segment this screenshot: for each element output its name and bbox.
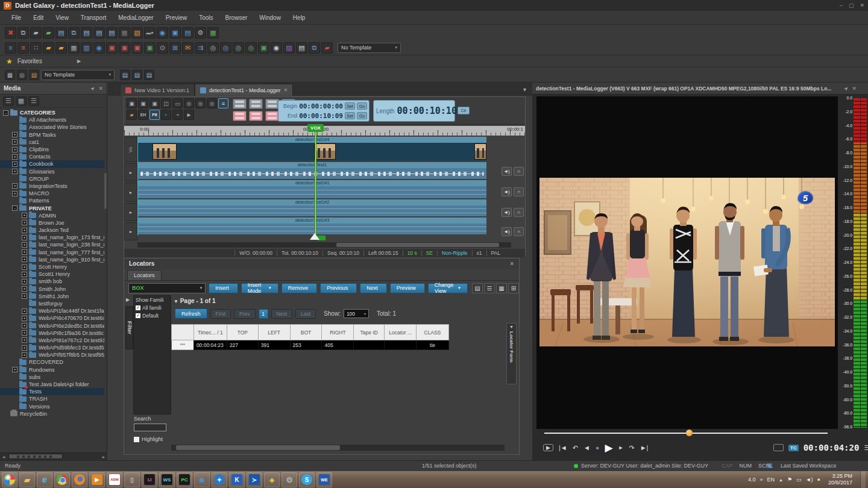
speaker-icon[interactable]: ◄) bbox=[502, 227, 512, 236]
search-icon[interactable]: ◎ bbox=[220, 42, 231, 54]
form-orange-icon[interactable]: ▧ bbox=[131, 27, 143, 39]
print-icon[interactable]: ▦ bbox=[5, 70, 15, 80]
locator-action-button[interactable]: Insert bbox=[209, 283, 238, 293]
patch-chip[interactable] bbox=[265, 99, 279, 109]
tree-item[interactable]: + WebAPId59bfec3 Dr.testd59b bbox=[0, 344, 104, 351]
tree-item[interactable]: testforguy bbox=[0, 300, 104, 307]
locator-action-button[interactable]: Insert Mode ▼ bbox=[241, 283, 278, 293]
pii-mode-button[interactable]: PII bbox=[149, 110, 160, 120]
tree-item[interactable]: + Jackson Ted bbox=[0, 227, 104, 234]
expander-icon[interactable]: + bbox=[22, 286, 27, 292]
tree-item[interactable]: Versions bbox=[0, 403, 104, 410]
intellij-icon[interactable]: IJ bbox=[142, 472, 157, 487]
tree-item[interactable]: - CATEGORIES bbox=[0, 109, 104, 116]
film-edit-icon[interactable]: ▣ bbox=[169, 27, 181, 39]
menu-item[interactable]: Browser bbox=[220, 13, 253, 23]
flask-icon[interactable]: ◆ bbox=[264, 472, 280, 487]
media-vertical-scrollbar[interactable] bbox=[104, 173, 107, 209]
filmclip-icon[interactable]: ▦ bbox=[68, 42, 80, 54]
column-header[interactable]: RIGHT bbox=[322, 325, 354, 340]
save-as-icon[interactable]: ▣ bbox=[149, 98, 160, 108]
tree-item[interactable]: + WebAPIf957f8b5 Dr.testf957f bbox=[0, 351, 104, 358]
audio-track-header[interactable]: ► bbox=[124, 222, 137, 240]
locators-tab[interactable]: Locators bbox=[127, 270, 162, 280]
audio-track[interactable]: detectionTest1#3 bbox=[138, 217, 486, 234]
list-view-icon[interactable]: ☰ bbox=[3, 96, 14, 106]
dalet-icon[interactable]: ▶ bbox=[89, 472, 105, 487]
video-track-header[interactable]: Vo bbox=[124, 137, 137, 162]
close-panel-icon[interactable]: ✕ bbox=[852, 86, 857, 92]
headphones-icon[interactable]: ∩ bbox=[514, 227, 524, 236]
last-page-button[interactable]: Last bbox=[295, 309, 316, 319]
msg-ball-icon[interactable]: ✦ bbox=[212, 472, 227, 487]
media-browser-icon[interactable]: ▦ bbox=[207, 27, 219, 39]
jump-back-button[interactable]: ↶ bbox=[573, 444, 578, 452]
skype-icon[interactable]: S bbox=[299, 472, 315, 487]
end-set-button[interactable]: Set bbox=[345, 112, 355, 119]
tab-new-video[interactable]: New Video 1 Version:1 bbox=[120, 84, 195, 96]
audio-waveform[interactable] bbox=[138, 168, 486, 179]
export-icon[interactable]: ▤ bbox=[29, 70, 39, 80]
expand-track-icon[interactable]: ► bbox=[129, 210, 133, 214]
column-header[interactable]: Locator ... bbox=[385, 325, 417, 340]
record-button[interactable]: ● bbox=[596, 444, 600, 451]
expander-icon[interactable]: + bbox=[12, 132, 17, 137]
tree-item[interactable]: TRASH bbox=[0, 395, 104, 402]
zoom-in-icon[interactable]: ◎ bbox=[207, 98, 217, 108]
print-view-icon[interactable]: ⊞ bbox=[508, 283, 519, 293]
play-button[interactable]: ▶ bbox=[605, 442, 612, 454]
vox-marker[interactable]: VOX bbox=[307, 124, 324, 132]
close-icon[interactable]: ✖ bbox=[5, 27, 16, 39]
calendar-week-icon[interactable]: ▣ bbox=[119, 42, 130, 54]
workspace-template-dropdown[interactable]: No Template ▾ bbox=[41, 70, 115, 80]
locator-action-button[interactable]: Change View ▼ bbox=[428, 283, 468, 293]
menu-item[interactable]: View bbox=[50, 13, 74, 23]
locator-form-side-tab[interactable]: ▼ Locator Form bbox=[506, 323, 517, 384]
expand-track-icon[interactable]: ► bbox=[129, 190, 133, 195]
copy-icon[interactable]: ⧉ bbox=[68, 27, 80, 39]
tab-close-icon[interactable]: ✕ bbox=[283, 87, 288, 93]
expander-icon[interactable]: - bbox=[3, 110, 8, 116]
player-menu-icon[interactable]: ☰ bbox=[864, 444, 868, 452]
seek-handle[interactable] bbox=[686, 430, 693, 436]
expander-icon[interactable]: + bbox=[22, 330, 27, 336]
search-doc-icon[interactable]: ◎ bbox=[17, 70, 27, 80]
chrome-icon[interactable] bbox=[54, 472, 70, 487]
document-icon[interactable]: ▤ bbox=[55, 27, 67, 39]
audio-track-header[interactable]: ► bbox=[124, 203, 137, 221]
next-page-button[interactable]: Next bbox=[271, 309, 292, 319]
tab-detection-test[interactable]: detectionTest1 - MediaLogger ✕ bbox=[195, 84, 293, 96]
favorites-label[interactable]: Favorites bbox=[17, 58, 42, 64]
seek-bar[interactable] bbox=[544, 433, 828, 434]
settings-gear-icon[interactable]: ⚙ bbox=[195, 27, 206, 39]
tree-item[interactable]: + Brown Joe bbox=[0, 219, 104, 227]
highlight-checkbox-row[interactable]: Highlight bbox=[134, 436, 171, 442]
skip-start-button[interactable]: |◄ bbox=[559, 444, 567, 451]
menu-item[interactable]: MediaLogger bbox=[113, 13, 159, 23]
tree-item[interactable]: + MACRO bbox=[0, 190, 104, 197]
eh-mode-button[interactable]: EH bbox=[138, 110, 148, 120]
pin-icon[interactable]: ➤ bbox=[843, 84, 850, 92]
update-ball-icon[interactable]: ● bbox=[817, 477, 820, 483]
locator-action-button[interactable]: Previous bbox=[320, 283, 357, 293]
folder-media-icon[interactable]: ▰ bbox=[43, 42, 54, 54]
expander-icon[interactable]: + bbox=[22, 249, 27, 255]
cassette-icon[interactable]: ▰ bbox=[30, 27, 42, 39]
search-green-icon[interactable]: ◎ bbox=[245, 42, 257, 54]
clock-icon[interactable]: ⊙ bbox=[157, 42, 168, 54]
start-button[interactable] bbox=[2, 472, 17, 487]
network-status-icon[interactable]: ⚑ bbox=[787, 477, 792, 483]
tree-item[interactable]: + last_name_login_238 first_nam bbox=[0, 241, 104, 248]
tree-item[interactable]: + smith bob bbox=[0, 278, 104, 285]
tree-item[interactable]: Test Java DaletApi folder bbox=[0, 381, 104, 388]
locator-action-button[interactable]: Preview bbox=[390, 283, 425, 293]
table-row[interactable]: *** 00:00:04:23 227 391 253 405 tie bbox=[172, 340, 449, 350]
story-document-icon[interactable]: ▤ bbox=[93, 27, 105, 39]
loop-play-button[interactable]: ▶ bbox=[543, 444, 553, 451]
clear-button[interactable]: Clr bbox=[458, 107, 470, 114]
menu-item[interactable]: Help bbox=[288, 13, 311, 23]
audio-track-content[interactable] bbox=[138, 186, 486, 198]
tree-item[interactable]: + WebAPI91e767c2 Dr.test91e7 bbox=[0, 337, 104, 344]
close-locators-icon[interactable]: ✕ bbox=[509, 261, 514, 267]
expander-icon[interactable]: + bbox=[22, 228, 27, 233]
